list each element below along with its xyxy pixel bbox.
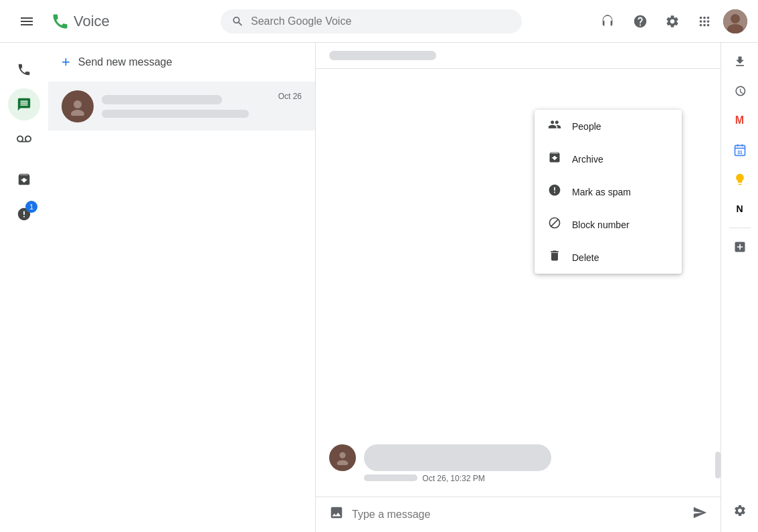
right-notion-button[interactable]: N <box>727 195 753 222</box>
help-button[interactable] <box>627 8 654 35</box>
msg-time-blurred <box>364 474 417 481</box>
right-add-button[interactable] <box>727 234 753 260</box>
menu-item-delete[interactable]: Delete <box>535 241 682 274</box>
chat-area: Oct 26, 10:32 PM <box>316 43 721 532</box>
svg-point-6 <box>337 460 349 465</box>
chat-header <box>316 43 721 69</box>
sidebar-item-archive-nav[interactable] <box>8 163 40 195</box>
menu-item-block[interactable]: Block number <box>535 208 682 241</box>
apps-button[interactable] <box>691 8 718 35</box>
right-settings-button[interactable] <box>727 497 753 524</box>
right-settings-bottom[interactable] <box>727 497 753 532</box>
sidebar-item-messages[interactable] <box>8 88 40 120</box>
search-input[interactable] <box>251 15 511 27</box>
people-icon <box>548 118 561 135</box>
svg-point-1 <box>731 14 740 23</box>
menu-label-people: People <box>572 121 601 132</box>
conv-time: Oct 26 <box>278 92 302 101</box>
new-message-label: Send new message <box>78 56 173 68</box>
person-icon-msg <box>335 450 350 465</box>
logo-text: Voice <box>74 13 110 30</box>
logo-area: Voice <box>51 12 110 31</box>
chat-input-area <box>316 497 721 532</box>
sidebar-item-voicemail[interactable] <box>8 123 40 155</box>
msg-avatar <box>329 444 356 471</box>
right-gmail-button[interactable]: M <box>727 107 753 134</box>
scrollbar-thumb[interactable] <box>715 452 721 478</box>
conv-name-blur <box>102 95 222 104</box>
header-left: Voice <box>11 5 185 37</box>
right-sidebar: M 31 N <box>721 43 758 532</box>
menu-button[interactable] <box>11 5 43 37</box>
right-keep-button[interactable] <box>727 166 753 193</box>
conv-preview-blur <box>102 110 249 118</box>
app-header: Voice <box>0 0 758 43</box>
menu-label-archive: Archive <box>572 154 603 165</box>
menu-item-people[interactable]: People <box>535 110 682 143</box>
spam-icon <box>548 183 561 200</box>
right-gcal-button[interactable]: 31 <box>727 137 753 163</box>
right-history-button[interactable] <box>727 78 753 104</box>
menu-label-delete: Delete <box>572 252 599 263</box>
menu-label-block: Block number <box>572 219 630 230</box>
scrollbar-track <box>715 86 721 478</box>
voice-logo-icon <box>51 12 70 31</box>
conversation-list: + Send new message Oct 26 <box>48 43 316 532</box>
person-icon <box>68 97 87 116</box>
avatar-icon <box>723 9 747 33</box>
header-right <box>595 8 747 35</box>
new-message-button[interactable]: + Send new message <box>48 43 315 82</box>
left-sidebar: 1 <box>0 43 48 532</box>
right-download-button[interactable] <box>727 48 753 75</box>
chat-header-name-blur <box>329 51 436 60</box>
sidebar-item-spam[interactable]: 1 <box>8 198 40 230</box>
user-avatar[interactable] <box>723 9 747 33</box>
menu-label-spam: Mark as spam <box>572 187 631 197</box>
plus-icon: + <box>62 54 70 71</box>
menu-item-spam[interactable]: Mark as spam <box>535 175 682 208</box>
right-divider <box>729 228 751 228</box>
svg-point-3 <box>74 100 82 108</box>
msg-bubble <box>364 444 551 471</box>
svg-point-4 <box>71 110 84 116</box>
search-bar[interactable] <box>221 9 522 33</box>
msg-content: Oct 26, 10:32 PM <box>364 444 551 483</box>
search-icon <box>231 15 244 28</box>
message-row: Oct 26, 10:32 PM <box>329 444 551 483</box>
sidebar-item-phone[interactable] <box>8 54 40 86</box>
menu-item-archive[interactable]: Archive <box>535 143 682 175</box>
conv-avatar <box>62 90 94 122</box>
headset-button[interactable] <box>595 8 622 35</box>
archive-icon <box>548 151 561 167</box>
conv-content <box>102 95 270 118</box>
spam-badge: 1 <box>25 201 37 213</box>
delete-icon <box>548 249 561 266</box>
msg-time-text: Oct 26, 10:32 PM <box>422 474 484 483</box>
main-content: 1 + Send new message Oct 26 <box>0 43 758 532</box>
msg-time: Oct 26, 10:32 PM <box>364 474 551 483</box>
svg-point-5 <box>339 452 345 458</box>
send-button[interactable] <box>692 505 707 524</box>
block-icon <box>548 216 561 233</box>
settings-button[interactable] <box>659 8 686 35</box>
image-button[interactable] <box>329 505 344 524</box>
context-menu: People Archive Mark as spam <box>535 110 682 274</box>
conversation-item[interactable]: Oct 26 <box>48 82 315 130</box>
message-input[interactable] <box>352 509 684 521</box>
svg-text:31: 31 <box>737 150 743 155</box>
